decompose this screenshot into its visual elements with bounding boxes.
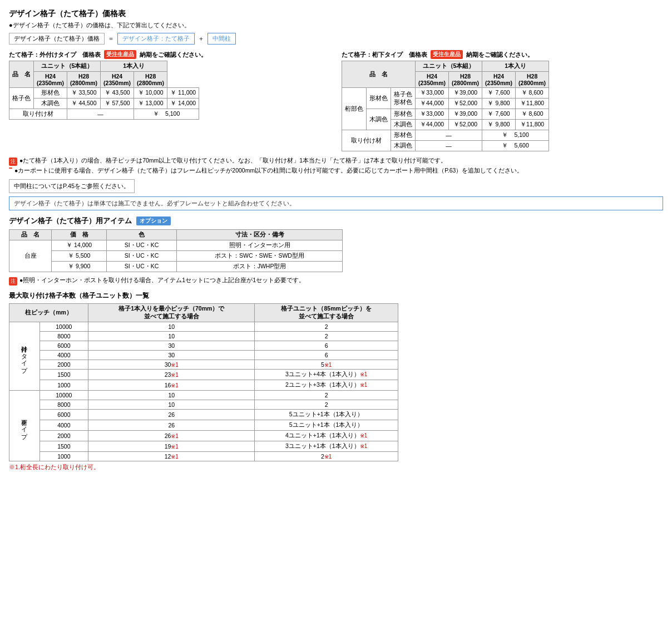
r-koshi-katachi: 格子色形材色: [391, 88, 416, 109]
m-inner-v5a: 26※1: [88, 431, 255, 441]
m-inner-v3b: 5ユニット+1本（1本入り）: [255, 410, 398, 420]
l-dash: ―: [67, 109, 134, 120]
m-inner-v4a: 26: [88, 420, 255, 431]
formula-box1: デザイン格子（たて格子）価格: [9, 33, 105, 45]
m-outer-v7b: 2ユニット+3本（1本入り）※1: [255, 380, 398, 391]
right-badge: 受注生産品: [431, 50, 463, 59]
r-keta-color: 桁部色: [342, 88, 367, 130]
options-heading: デザイン格子（たて格子）用アイテム オプション: [9, 216, 663, 226]
m-outer-v3a: 30: [88, 341, 255, 351]
rv4: ￥ 8,600: [516, 88, 549, 99]
r-koshi-katachi2: 形材色: [391, 109, 416, 120]
lh-single: 1本入り: [101, 61, 167, 72]
table-row: 2000 30※1 5※1: [9, 360, 398, 370]
table-row: 1000 16※1 2ユニット+3本（1本入り）※1: [9, 380, 398, 391]
m-outer-v5b: 5※1: [255, 360, 398, 370]
rh-h28s: H28(2800mm): [516, 72, 549, 88]
m-inner-v1a: 10: [88, 391, 255, 400]
formula-box2: デザイン格子：たて格子: [117, 33, 195, 45]
m-outer-v2b: 2: [255, 332, 398, 341]
options-badge: オプション: [136, 216, 171, 225]
table-row: 桁下タイプ 10000 10 2: [9, 391, 398, 400]
r-wood: 木調色: [367, 109, 391, 130]
m-outer-v6b: 3ユニット+4本（1本入り）※1: [255, 370, 398, 380]
l-v3: ￥ 10,000: [134, 88, 167, 99]
m-inner-v3a: 26: [88, 410, 255, 420]
rh-h24s: H24(2350mm): [482, 72, 516, 88]
m-inner-p4: 4000: [39, 420, 88, 431]
rh-h24u: H24(2350mm): [416, 72, 449, 88]
table-row: 8000 10 2: [9, 400, 398, 410]
m-outer-v2a: 10: [88, 332, 255, 341]
oh-name: 品 名: [9, 230, 52, 240]
r-katachi: 形材色: [367, 88, 391, 109]
m-outer-p6: 1500: [39, 370, 88, 380]
page-title: デザイン格子（たて格子）価格表: [9, 9, 663, 19]
rv3: ￥ 7,600: [482, 88, 516, 99]
m-outer-v4a: 30: [88, 351, 255, 360]
lh-unit: ユニット（5本組）: [34, 61, 101, 72]
m-outer-v6a: 23※1: [88, 370, 255, 380]
r-dash1: ―: [416, 130, 482, 141]
rh-single: 1本入り: [482, 61, 549, 72]
o-price3: ￥ 9,900: [52, 262, 107, 272]
left-table-section: たて格子：外付けタイプ 価格表 受注生産品 納期をご確認ください。 品 名 ユニ…: [9, 50, 330, 151]
rv16: ￥11,800: [516, 120, 549, 130]
o-color1: SI・UC・KC: [107, 240, 177, 251]
table-row: 格子色 形材色 ￥ 33,500 ￥ 43,500 ￥ 10,000 ￥ 11,…: [9, 88, 199, 99]
table-row: 取り付け材 形材色 ― ￥ 5,100: [342, 130, 549, 141]
rv8: ￥11,800: [516, 99, 549, 109]
options-note-section: 注 ●照明・インターホン・ポストを取り付ける場合、アイテム1セットにつき上記台座…: [9, 277, 663, 286]
l-row-color: 格子色: [9, 88, 34, 109]
rh-name: 品 名: [342, 61, 416, 88]
m-outer-v1a: 10: [88, 322, 255, 332]
m-inner-p6: 1500: [39, 441, 88, 452]
m-inner-v2b: 2: [255, 400, 398, 410]
oh-price: 価 格: [52, 230, 107, 240]
max-title: 最大取り付け格子本数（格子ユニット数）一覧: [9, 291, 663, 301]
o-price1: ￥ 14,000: [52, 240, 107, 251]
m-inner-v1b: 2: [255, 391, 398, 400]
m-outer-v5a: 30※1: [88, 360, 255, 370]
m-inner-v7b: 2※1: [255, 452, 398, 461]
info-box-2: デザイン格子（たて格子）は単体では施工できません。必ずフレームセットと組み合わせ…: [9, 196, 663, 210]
right-price-table: 品 名 ユニット（5本組） 1本入り H24(2350mm) H28(2800m…: [342, 61, 549, 151]
m-inner-v7a: 12※1: [88, 452, 255, 461]
rv11: ￥ 7,600: [482, 109, 516, 120]
table-row: 桁部色 形材色 格子色形材色 ￥33,000 ￥39,000 ￥ 7,600 ￥…: [342, 88, 549, 99]
options-note-row: 注 ●照明・インターホン・ポストを取り付ける場合、アイテム1セットにつき上記台座…: [9, 277, 663, 286]
max-table: 柱ピッチ（mm） 格子1本入りを最小ピッチ（70mm）で並べて施工する場合 格子…: [9, 303, 398, 461]
footnote: ※1.桁全長にわたり取り付け可。: [9, 464, 663, 471]
table-row: 4000 26 5ユニット+1本（1本入り）: [9, 420, 398, 431]
r-fixture-wood: 木調色: [391, 141, 416, 151]
m-outer-p4: 4000: [39, 351, 88, 360]
m-outer-label: 外付けタイプ: [9, 322, 40, 391]
left-table-title: たて格子：外付けタイプ 価格表 受注生産品 納期をご確認ください。: [9, 50, 330, 59]
o-note3: ポスト：JWHP型用: [177, 262, 343, 272]
note-text-1: ●たて格子（1本入り）の場合、格子ピッチは70mm以上で取り付けてください。なお…: [19, 157, 447, 166]
rv1: ￥33,000: [416, 88, 449, 99]
table-row: 1000 12※1 2※1: [9, 452, 398, 461]
left-table-note: 納期をご確認ください。: [140, 51, 207, 59]
formula-eq: ＝: [108, 35, 114, 43]
table-row: ￥ 9,900 SI・UC・KC ポスト：JWHP型用: [9, 262, 343, 272]
left-price-table: 品 名 ユニット（5本組） 1本入り H24(2350mm) H28(2800m…: [9, 61, 199, 120]
m-outer-p1: 10000: [39, 322, 88, 332]
left-badge: 受注生産品: [104, 50, 136, 59]
r-wood2: 木調色: [391, 120, 416, 130]
lh-name: 品 名: [9, 61, 34, 88]
options-note-label: 注: [9, 277, 17, 286]
table-row: 木調色 ￥ 44,500 ￥ 57,500 ￥ 13,000 ￥ 14,000: [9, 99, 199, 109]
note-label-2: [9, 168, 12, 169]
m-outer-p5: 2000: [39, 360, 88, 370]
rv10: ￥39,000: [449, 109, 482, 120]
m-inner-v2a: 10: [88, 400, 255, 410]
lh-h24s: H24(2350mm): [101, 72, 134, 88]
o-color3: SI・UC・KC: [107, 262, 177, 272]
options-note-text: ●照明・インターホン・ポストを取り付ける場合、アイテム1セットにつき上記台座が1…: [19, 277, 305, 286]
rv18: ￥ 5,600: [482, 141, 549, 151]
table-row: 4000 30 6: [9, 351, 398, 360]
formula-plus: ＋: [198, 35, 204, 43]
lh-h28u: H28(2800mm): [67, 72, 101, 88]
note-row-2: ●カーポートに使用する場合、デザイン格子（たて格子）はフレーム柱ピッチが2000…: [9, 167, 663, 175]
